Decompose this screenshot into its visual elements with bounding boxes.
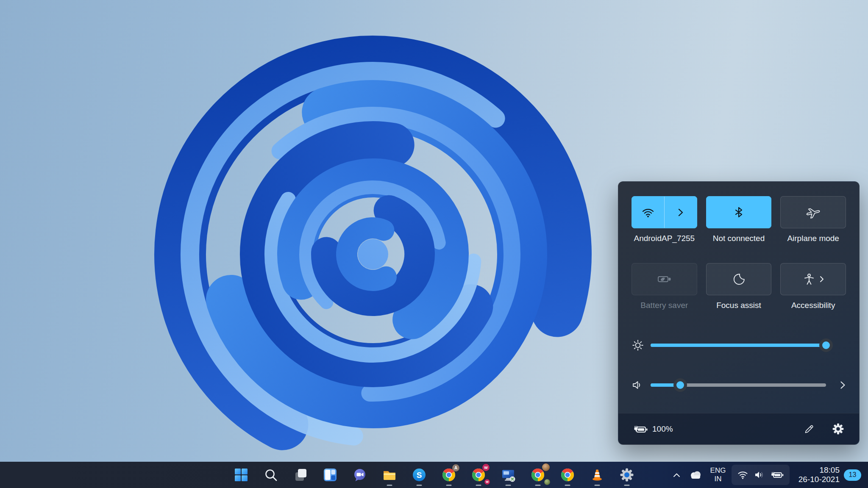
start-button[interactable] bbox=[228, 463, 254, 487]
moon-icon bbox=[732, 273, 745, 286]
battery-leaf-icon bbox=[657, 274, 671, 284]
language-line2: IN bbox=[715, 475, 722, 483]
profile-avatar-large-img bbox=[542, 463, 550, 471]
skype-icon: S bbox=[412, 468, 426, 482]
quick-settings-sliders bbox=[632, 335, 846, 395]
notification-count-badge[interactable]: 13 bbox=[844, 469, 861, 481]
accessibility-icon bbox=[803, 273, 815, 286]
wifi-toggle[interactable] bbox=[632, 197, 664, 228]
focus-assist-tile[interactable] bbox=[706, 263, 772, 295]
profile-avatar-small-img bbox=[544, 479, 550, 485]
tile-cell-wifi: AndroidAP_7255 bbox=[632, 196, 697, 244]
focus-assist-tile-label: Focus assist bbox=[716, 300, 761, 311]
tray-overflow-button[interactable] bbox=[669, 465, 684, 485]
chrome-profile-users-button[interactable] bbox=[525, 463, 551, 487]
battery-tray-icon bbox=[771, 470, 784, 480]
volume-slider-track[interactable] bbox=[651, 383, 826, 387]
volume-speaker-icon bbox=[632, 380, 643, 391]
bluetooth-tile-label: Not connected bbox=[713, 233, 765, 244]
accessibility-tile-label: Accessibility bbox=[791, 300, 835, 311]
profile-badge-a: A bbox=[452, 464, 459, 471]
tile-cell-accessibility: Accessibility bbox=[780, 263, 846, 311]
tile-cell-airplane: Airplane mode bbox=[780, 196, 846, 244]
task-view-icon bbox=[293, 468, 308, 482]
file-explorer-button[interactable] bbox=[377, 463, 402, 487]
battery-saver-tile-label: Battery saver bbox=[640, 300, 688, 311]
widgets-icon bbox=[323, 468, 337, 482]
chrome-icon bbox=[560, 468, 575, 482]
quick-settings-tray-button[interactable] bbox=[732, 465, 790, 485]
settings-button[interactable] bbox=[614, 463, 640, 487]
search-button[interactable] bbox=[258, 463, 284, 487]
search-icon bbox=[264, 468, 278, 482]
chrome-profile-w-button[interactable]: W W bbox=[466, 463, 491, 487]
accessibility-tile[interactable] bbox=[780, 263, 846, 295]
widgets-button[interactable] bbox=[317, 463, 343, 487]
chat-button[interactable] bbox=[347, 463, 373, 487]
skype-button[interactable]: S bbox=[406, 463, 432, 487]
tile-cell-battery-saver: Battery saver bbox=[632, 263, 697, 311]
language-line1: ENG bbox=[710, 466, 726, 475]
quick-settings-panel: AndroidAP_7255 Not connected Airplane mo… bbox=[618, 181, 860, 445]
file-explorer-icon bbox=[382, 468, 397, 482]
wifi-icon bbox=[642, 206, 654, 219]
clock-time: 18:05 bbox=[819, 466, 840, 475]
profile-badge-w-small: W bbox=[484, 479, 490, 485]
chevron-right-icon bbox=[678, 208, 683, 216]
bluetooth-tile[interactable] bbox=[706, 196, 772, 228]
clock-date: 26-10-2021 bbox=[798, 475, 840, 484]
settings-gear-icon bbox=[620, 468, 634, 482]
windows-start-icon bbox=[234, 468, 248, 482]
chrome-button[interactable] bbox=[555, 463, 580, 487]
battery-charging-icon bbox=[634, 424, 648, 435]
gear-icon bbox=[832, 423, 844, 435]
wifi-tile[interactable] bbox=[632, 196, 697, 228]
clock[interactable]: 18:05 26-10-2021 bbox=[792, 466, 840, 484]
taskbar-app-icons: S A W W bbox=[228, 463, 640, 487]
quick-settings-tile-grid: AndroidAP_7255 Not connected Airplane mo… bbox=[632, 196, 846, 311]
notification-count: 13 bbox=[849, 471, 857, 479]
airplane-mode-tile-label: Airplane mode bbox=[787, 233, 839, 244]
brightness-slider-track[interactable] bbox=[651, 344, 826, 347]
task-view-button[interactable] bbox=[288, 463, 313, 487]
volume-slider-thumb[interactable] bbox=[673, 378, 687, 392]
vlc-icon bbox=[590, 468, 604, 482]
chevron-up-icon bbox=[673, 473, 680, 477]
airplane-mode-tile[interactable] bbox=[780, 196, 846, 228]
vlc-button[interactable] bbox=[584, 463, 610, 487]
remote-desktop-icon bbox=[501, 468, 515, 482]
wifi-tile-label: AndroidAP_7255 bbox=[634, 233, 695, 244]
profile-badge-w-large: W bbox=[482, 464, 490, 471]
tile-cell-focus-assist: Focus assist bbox=[706, 263, 772, 311]
taskbar: S A W W bbox=[0, 462, 868, 488]
remote-desktop-button[interactable] bbox=[495, 463, 521, 487]
battery-status[interactable]: 100% bbox=[634, 424, 673, 435]
windows-11-desktop: { "accent": { "tile_blue": "#4cc2ff", "b… bbox=[0, 0, 868, 488]
brightness-sun-icon bbox=[632, 339, 644, 351]
battery-saver-tile bbox=[632, 263, 697, 295]
volume-expand-chevron-icon[interactable] bbox=[840, 381, 846, 389]
wifi-expand[interactable] bbox=[665, 197, 697, 228]
chat-teams-icon bbox=[353, 468, 367, 482]
chevron-right-icon bbox=[820, 276, 824, 283]
all-settings-button[interactable] bbox=[832, 423, 844, 435]
volume-slider-row bbox=[632, 375, 846, 395]
onedrive-cloud-icon bbox=[689, 471, 702, 479]
brightness-slider-thumb[interactable] bbox=[819, 338, 833, 352]
quick-settings-footer: 100% bbox=[618, 413, 859, 444]
language-indicator[interactable]: ENG IN bbox=[707, 466, 729, 484]
pencil-icon bbox=[804, 424, 815, 435]
chrome-profile-a-button[interactable]: A bbox=[436, 463, 462, 487]
airplane-icon bbox=[806, 205, 821, 220]
skype-s-glyph: S bbox=[417, 471, 422, 480]
volume-tray-icon bbox=[754, 470, 765, 480]
tile-cell-bluetooth: Not connected bbox=[706, 196, 772, 244]
onedrive-button[interactable] bbox=[687, 465, 704, 485]
wifi-tray-icon bbox=[737, 470, 748, 480]
brightness-slider-fill bbox=[651, 344, 826, 347]
bluetooth-icon bbox=[732, 206, 745, 219]
system-tray: ENG IN 18:05 bbox=[669, 462, 861, 488]
battery-percent-label: 100% bbox=[652, 424, 673, 434]
brightness-slider-row bbox=[632, 335, 846, 355]
edit-quick-settings-button[interactable] bbox=[803, 423, 815, 435]
